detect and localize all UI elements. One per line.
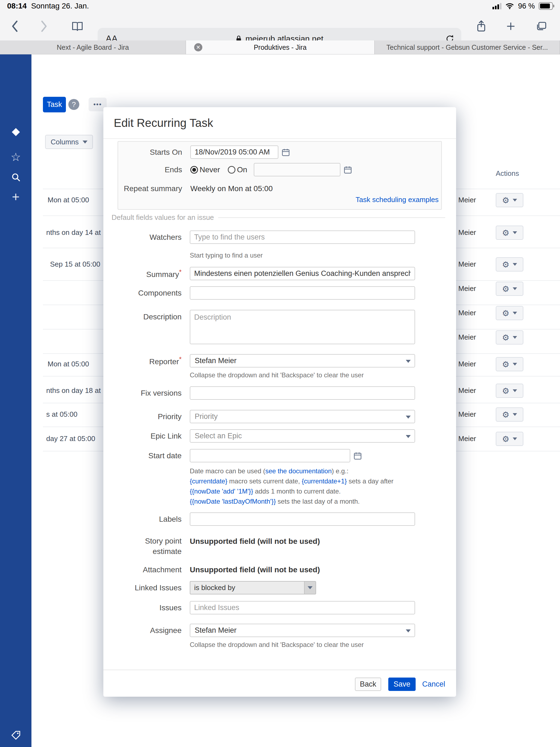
linked-issues-type-value: is blocked by bbox=[190, 584, 304, 592]
start-date-input[interactable] bbox=[190, 449, 350, 462]
fix-versions-label: Fix versions bbox=[103, 389, 182, 397]
plus-icon bbox=[506, 21, 516, 31]
priority-placeholder: Priority bbox=[195, 412, 218, 421]
table-cell-assignee: Meier bbox=[458, 360, 476, 368]
tab-produktives[interactable]: ✕ Produktives - Jira bbox=[186, 41, 375, 54]
new-tab-button[interactable] bbox=[501, 12, 520, 41]
row-actions-button[interactable]: ⚙ bbox=[496, 193, 524, 207]
attachment-label: Attachment bbox=[103, 565, 182, 574]
macro-help-line: {{nowDate 'add' '1M'}} adds 1 month to c… bbox=[190, 486, 419, 496]
row-actions-button[interactable]: ⚙ bbox=[496, 407, 524, 422]
back-button[interactable] bbox=[5, 12, 25, 41]
epic-link-label: Epic Link bbox=[103, 432, 182, 440]
chevron-down-icon bbox=[513, 231, 517, 234]
task-button[interactable]: Task bbox=[43, 97, 66, 112]
gear-icon: ⚙ bbox=[502, 284, 509, 294]
recurrence-panel: Starts On Ends Never On Repeat summary bbox=[118, 141, 442, 210]
table-cell-assignee: Meier bbox=[458, 228, 476, 237]
status-right: 96 % bbox=[492, 2, 553, 10]
select-dropdown-button[interactable] bbox=[304, 582, 315, 594]
ends-on-date-input[interactable] bbox=[254, 163, 340, 176]
description-label: Description bbox=[103, 310, 182, 321]
summary-input[interactable] bbox=[190, 267, 415, 280]
table-cell-assignee: Meier bbox=[458, 435, 476, 443]
status-date: Sonntag 26. Jan. bbox=[31, 2, 89, 10]
watchers-input[interactable] bbox=[190, 231, 415, 244]
issues-input[interactable] bbox=[190, 601, 415, 614]
tabs-overview-button[interactable] bbox=[532, 12, 551, 41]
save-button[interactable]: Save bbox=[388, 677, 416, 691]
jira-sidebar: ☆ + ? ⚙ bbox=[0, 54, 31, 747]
row-actions-button[interactable]: ⚙ bbox=[496, 257, 524, 272]
table-cell-assignee: Meier bbox=[458, 333, 476, 341]
chevron-down-icon bbox=[513, 287, 517, 290]
assignee-select[interactable]: Stefan Meier bbox=[190, 624, 415, 637]
share-button[interactable] bbox=[472, 12, 491, 41]
gear-icon: ⚙ bbox=[502, 333, 509, 342]
create-plus-icon[interactable]: + bbox=[0, 190, 31, 203]
description-textarea[interactable] bbox=[190, 310, 415, 344]
linked-issues-type-select[interactable]: is blocked by bbox=[190, 581, 316, 594]
status-left: 08:14 Sonntag 26. Jan. bbox=[7, 2, 89, 10]
row-actions-button[interactable]: ⚙ bbox=[496, 282, 524, 296]
columns-label: Columns bbox=[51, 138, 79, 146]
tab-agile-board[interactable]: Next - Agile Board - Jira bbox=[0, 41, 186, 54]
table-cell-assignee: Meier bbox=[458, 196, 476, 204]
epic-link-select[interactable]: Select an Epic bbox=[190, 429, 415, 443]
priority-select[interactable]: Priority bbox=[190, 410, 415, 423]
chevron-down-icon bbox=[406, 629, 411, 633]
forward-chevron-icon bbox=[39, 20, 48, 32]
chevron-down-icon bbox=[406, 360, 411, 363]
linked-issues-label: Linked Issues bbox=[103, 584, 182, 592]
documentation-link[interactable]: see the documentation bbox=[265, 467, 332, 475]
star-icon[interactable]: ☆ bbox=[0, 151, 31, 163]
macro-help-line: {currentdate} macro sets current date, {… bbox=[190, 476, 419, 486]
back-button-dialog[interactable]: Back bbox=[355, 677, 381, 691]
row-actions-button[interactable]: ⚙ bbox=[496, 384, 524, 398]
row-actions-button[interactable]: ⚙ bbox=[496, 357, 524, 371]
chevron-down-icon bbox=[513, 413, 517, 416]
issues-label: Issues bbox=[103, 603, 182, 612]
gear-icon: ⚙ bbox=[502, 196, 509, 205]
assignee-label: Assignee bbox=[103, 626, 182, 635]
fix-versions-input[interactable] bbox=[190, 386, 415, 400]
row-actions-button[interactable]: ⚙ bbox=[496, 306, 524, 320]
calendar-icon bbox=[282, 148, 290, 156]
share-icon bbox=[476, 20, 486, 33]
cancel-link[interactable]: Cancel bbox=[422, 680, 445, 689]
battery-icon bbox=[539, 2, 553, 10]
book-icon bbox=[72, 21, 83, 31]
jira-logo-icon[interactable] bbox=[0, 126, 31, 138]
table-cell-schedule: Mon at 05:00 bbox=[48, 360, 89, 368]
forward-button[interactable] bbox=[34, 12, 53, 41]
labels-input[interactable] bbox=[190, 512, 415, 526]
starts-on-calendar-button[interactable] bbox=[282, 148, 290, 156]
starts-on-input[interactable] bbox=[190, 146, 278, 159]
gear-icon: ⚙ bbox=[502, 410, 509, 419]
tab-technical-support[interactable]: Technical support - Gebsun Customer Serv… bbox=[375, 41, 560, 54]
tag-icon[interactable] bbox=[0, 729, 31, 742]
components-label: Components bbox=[103, 289, 182, 298]
components-input[interactable] bbox=[190, 286, 415, 300]
search-icon[interactable] bbox=[0, 171, 31, 183]
chevron-down-icon bbox=[513, 437, 517, 440]
task-scheduling-examples-link[interactable]: Task scheduling examples bbox=[356, 196, 439, 204]
row-actions-button[interactable]: ⚙ bbox=[496, 330, 524, 344]
row-actions-button[interactable]: ⚙ bbox=[496, 226, 524, 240]
tab-label: Next - Agile Board - Jira bbox=[57, 44, 129, 51]
row-actions-button[interactable]: ⚙ bbox=[496, 432, 524, 446]
story-point-estimate-label: Story point estimate bbox=[103, 536, 182, 557]
ends-never-label: Never bbox=[200, 165, 220, 174]
start-date-calendar-button[interactable] bbox=[354, 452, 362, 460]
ends-never-radio[interactable] bbox=[190, 166, 198, 174]
reporter-select[interactable]: Stefan Meier bbox=[190, 354, 415, 367]
columns-dropdown[interactable]: Columns bbox=[45, 135, 93, 149]
ends-on-calendar-button[interactable] bbox=[344, 166, 352, 174]
reporter-label: Reporter* bbox=[103, 356, 182, 366]
table-cell-assignee: Meier bbox=[458, 284, 476, 293]
ends-on-radio[interactable] bbox=[228, 166, 235, 174]
chevron-down-icon bbox=[406, 435, 411, 438]
bookmarks-button[interactable] bbox=[68, 12, 87, 41]
help-circle-button[interactable]: ? bbox=[68, 99, 79, 110]
close-tab-icon[interactable]: ✕ bbox=[194, 43, 202, 51]
